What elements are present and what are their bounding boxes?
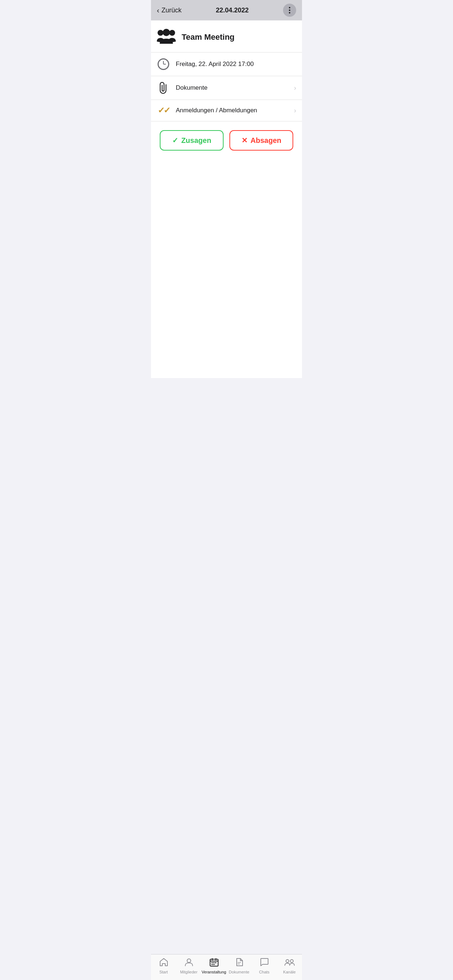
double-check-icon: ✓✓ xyxy=(157,106,170,115)
more-vertical-icon xyxy=(289,7,290,13)
svg-point-2 xyxy=(163,29,170,36)
nav-title: 22.04.2022 xyxy=(216,6,249,14)
back-label: Zurück xyxy=(161,6,182,14)
datetime-row: Freitag, 22. April 2022 17:00 xyxy=(151,52,302,76)
accept-label: Zusagen xyxy=(181,136,211,145)
documents-chevron-icon: › xyxy=(294,84,296,92)
registrations-text: Anmeldungen / Abmeldungen xyxy=(176,107,288,114)
decline-label: Absagen xyxy=(250,136,281,145)
clock-icon xyxy=(157,58,170,70)
svg-point-0 xyxy=(158,30,163,36)
decline-button[interactable]: ✕ Absagen xyxy=(230,130,293,151)
event-title: Team Meeting xyxy=(182,32,234,42)
decline-x-icon: ✕ xyxy=(241,136,248,145)
registrations-row[interactable]: ✓✓ Anmeldungen / Abmeldungen › xyxy=(151,100,302,121)
back-chevron-icon: ‹ xyxy=(157,6,160,14)
action-buttons-container: ✓ Zusagen ✕ Absagen xyxy=(151,121,302,159)
more-options-button[interactable] xyxy=(283,4,296,17)
datetime-text: Freitag, 22. April 2022 17:00 xyxy=(176,60,296,68)
accept-button[interactable]: ✓ Zusagen xyxy=(160,130,223,151)
registrations-chevron-icon: › xyxy=(294,107,296,115)
event-header: Team Meeting xyxy=(151,21,302,52)
navigation-bar: ‹ Zurück 22.04.2022 xyxy=(151,0,302,21)
group-icon xyxy=(157,28,176,46)
accept-checkmark-icon: ✓ xyxy=(172,136,179,145)
documents-row[interactable]: Dokumente › xyxy=(151,76,302,100)
back-button[interactable]: ‹ Zurück xyxy=(157,6,182,14)
empty-content-area xyxy=(151,159,302,378)
documents-text: Dokumente xyxy=(176,84,288,92)
svg-point-1 xyxy=(169,30,175,36)
paperclip-icon xyxy=(157,82,170,94)
